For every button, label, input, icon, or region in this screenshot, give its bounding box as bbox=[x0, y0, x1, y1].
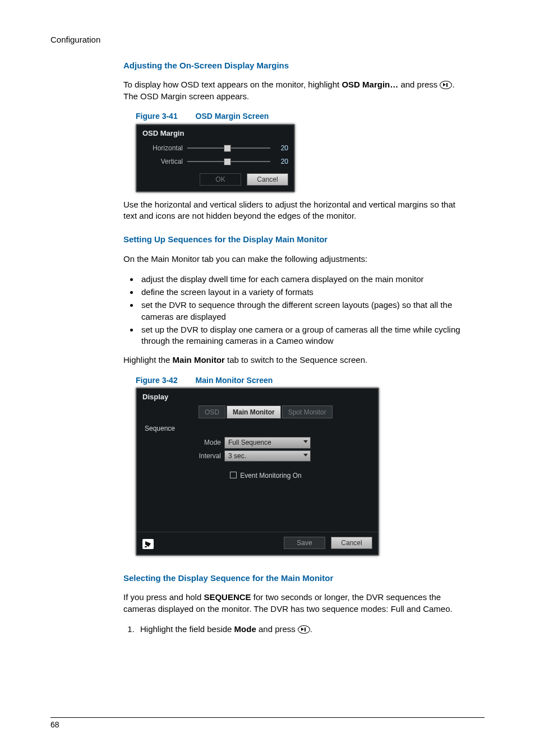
osd-vertical-value: 20 bbox=[276, 157, 288, 166]
mm-event-row: Event Monitoring On bbox=[137, 463, 378, 483]
text-bold: Main Monitor bbox=[173, 355, 225, 365]
list-item: define the screen layout in a variety of… bbox=[139, 287, 465, 298]
ok-button[interactable]: OK bbox=[200, 173, 241, 186]
page-footer: 68 bbox=[50, 717, 485, 729]
mm-mode-row: Mode Full Sequence bbox=[193, 437, 378, 448]
text-bold: SEQUENCE bbox=[204, 592, 251, 602]
save-button[interactable]: Save bbox=[284, 537, 325, 549]
text: and press bbox=[398, 80, 440, 89]
list-item: adjust the display dwell time for each c… bbox=[139, 274, 465, 285]
cancel-button[interactable]: Cancel bbox=[331, 537, 372, 549]
slider-thumb-icon[interactable] bbox=[224, 158, 231, 165]
para-osd-intro: To display how OSD text appears on the m… bbox=[123, 79, 465, 102]
figure-number: Figure 3-41 bbox=[136, 112, 178, 121]
osd-horizontal-value: 20 bbox=[276, 144, 288, 153]
event-monitoring-checkbox[interactable] bbox=[230, 472, 237, 478]
text-bold: Mode bbox=[234, 624, 256, 634]
figure-caption: OSD Margin Screen bbox=[196, 112, 269, 121]
para-seq-intro: On the Main Monitor tab you can make the… bbox=[123, 253, 465, 265]
osd-horizontal-slider[interactable] bbox=[187, 147, 270, 149]
list-item: Highlight the field beside Mode and pres… bbox=[137, 624, 465, 635]
mm-mode-select[interactable]: Full Sequence bbox=[224, 437, 311, 448]
osd-vertical-row: Vertical 20 bbox=[137, 155, 294, 168]
mm-footer: Save Cancel bbox=[137, 532, 378, 555]
mm-interval-select[interactable]: 3 sec. bbox=[224, 450, 311, 462]
para-osd-after: Use the horizontal and vertical sliders … bbox=[123, 199, 465, 222]
list-item: set the DVR to sequence through the diff… bbox=[139, 299, 465, 322]
text: Highlight the field beside bbox=[140, 624, 234, 634]
osd-horizontal-row: Horizontal 20 bbox=[137, 141, 294, 155]
page-number: 68 bbox=[50, 720, 59, 729]
mm-dialog-title: Display bbox=[137, 389, 378, 405]
mm-interval-label: Interval bbox=[193, 451, 221, 460]
page-section-header: Configuration bbox=[50, 35, 485, 44]
svg-rect-0 bbox=[145, 546, 147, 547]
bullet-list: adjust the display dwell time for each c… bbox=[123, 274, 465, 347]
heading-adjusting-osd: Adjusting the On-Screen Display Margins bbox=[123, 60, 465, 71]
text: If you press and hold bbox=[123, 592, 204, 602]
osd-dialog-title: OSD Margin bbox=[137, 125, 294, 142]
mm-interval-row: Interval 3 sec. bbox=[193, 450, 378, 462]
mm-mode-label: Mode bbox=[193, 438, 221, 447]
osd-vertical-label: Vertical bbox=[142, 157, 183, 166]
heading-setting-sequences: Setting Up Sequences for the Display Mai… bbox=[123, 234, 465, 245]
text: tab to switch to the Sequence screen. bbox=[225, 355, 367, 365]
osd-horizontal-label: Horizontal bbox=[142, 144, 183, 153]
figure-label-3-41: Figure 3-41 OSD Margin Screen bbox=[136, 111, 465, 122]
paint-can-icon[interactable] bbox=[142, 539, 154, 549]
tab-spot-monitor[interactable]: Spot Monitor bbox=[282, 405, 333, 418]
mm-tabs: OSD Main Monitor Spot Monitor bbox=[137, 405, 378, 421]
play-pause-icon bbox=[440, 81, 452, 89]
para-highlight-mainmon: Highlight the Main Monitor tab to switch… bbox=[123, 354, 465, 366]
text: To display how OSD text appears on the m… bbox=[123, 80, 342, 89]
cancel-button[interactable]: Cancel bbox=[247, 173, 288, 186]
numbered-list: Highlight the field beside Mode and pres… bbox=[123, 624, 465, 635]
text: and press bbox=[256, 624, 298, 634]
main-monitor-dialog: Display OSD Main Monitor Spot Monitor Se… bbox=[136, 388, 379, 556]
slider-thumb-icon[interactable] bbox=[224, 145, 231, 152]
tab-main-monitor[interactable]: Main Monitor bbox=[227, 405, 281, 418]
event-monitoring-label: Event Monitoring On bbox=[240, 472, 301, 480]
mm-sequence-label: Sequence bbox=[137, 421, 378, 435]
figure-label-3-42: Figure 3-42 Main Monitor Screen bbox=[136, 375, 465, 386]
para-seq-press-hold: If you press and hold SEQUENCE for two s… bbox=[123, 592, 465, 615]
figure-number: Figure 3-42 bbox=[136, 376, 178, 385]
text-bold: OSD Margin… bbox=[342, 80, 398, 89]
osd-vertical-slider[interactable] bbox=[187, 161, 270, 162]
text: Highlight the bbox=[123, 355, 173, 365]
tab-osd[interactable]: OSD bbox=[199, 405, 225, 418]
play-pause-icon bbox=[298, 625, 310, 634]
text: . bbox=[310, 624, 312, 634]
figure-caption: Main Monitor Screen bbox=[196, 376, 273, 385]
osd-margin-dialog: OSD Margin Horizontal 20 Vertical 20 OK … bbox=[136, 124, 295, 192]
heading-selecting-sequence: Selecting the Display Sequence for the M… bbox=[123, 573, 465, 584]
list-item: set up the DVR to display one camera or … bbox=[139, 324, 465, 347]
